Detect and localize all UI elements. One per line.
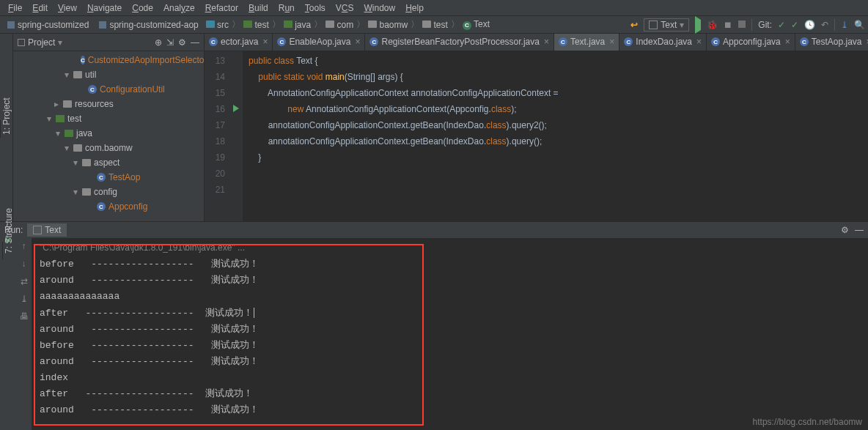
tree-item[interactable]: ▾aspect: [13, 155, 204, 170]
run-coverage-button[interactable]: ⏹: [724, 20, 732, 30]
folder-icon: [326, 21, 334, 28]
folder-icon: [368, 21, 377, 28]
scroll-end-icon[interactable]: ⤓: [21, 294, 28, 304]
run-button[interactable]: [695, 20, 701, 30]
menu-window[interactable]: Window: [359, 3, 401, 13]
stop-button[interactable]: [738, 20, 746, 30]
tree-item[interactable]: ▾test: [13, 111, 204, 126]
menu-vcs[interactable]: VCS: [331, 3, 359, 13]
debug-button[interactable]: 🐞: [707, 20, 718, 30]
git-history-icon[interactable]: 🕓: [804, 20, 815, 30]
close-icon[interactable]: ×: [785, 37, 790, 47]
editor-tab[interactable]: CRegisterBeanFactoryPostProcessor.java×: [365, 34, 553, 51]
crumb-test[interactable]: test: [422, 20, 448, 30]
tool-tab-1[interactable]: 7: Structure: [2, 242, 15, 259]
class-icon: C: [463, 21, 471, 30]
print-icon[interactable]: 🖶: [20, 311, 29, 322]
tree-item[interactable]: CAppconfig: [13, 199, 204, 214]
folder-icon: [422, 21, 431, 28]
editor-tab[interactable]: CText.java×: [554, 34, 619, 51]
crumb-com[interactable]: com: [326, 20, 353, 30]
tree-item[interactable]: CCustomizedAopImportSelector: [13, 53, 204, 67]
close-icon[interactable]: ×: [355, 37, 360, 47]
console-output[interactable]: "C:\Program Files\Java\jdk1.8.0_191\bin\…: [32, 238, 868, 430]
crumb-java[interactable]: java: [284, 20, 311, 30]
run-hide-icon[interactable]: —: [855, 225, 864, 235]
tree-item[interactable]: ▾util: [13, 67, 204, 82]
scroll-from-source-icon[interactable]: ⊕: [155, 37, 162, 48]
menu-edit[interactable]: Edit: [27, 3, 53, 13]
tree-item[interactable]: ▾com.baomw: [13, 141, 204, 155]
menu-file[interactable]: File: [3, 3, 27, 13]
project-tree[interactable]: CCustomizedAopImportSelector▾utilCConfig…: [13, 51, 204, 214]
search-icon[interactable]: 🔍: [854, 20, 865, 30]
class-icon: C: [81, 56, 85, 64]
crumb-baomw[interactable]: baomw: [368, 20, 408, 30]
gutter-run-icon[interactable]: [233, 105, 239, 112]
close-icon[interactable]: ×: [696, 37, 702, 47]
run-tab[interactable]: Text: [27, 223, 67, 237]
module-icon: [7, 21, 15, 29]
sync-icon[interactable]: ⤓: [841, 20, 848, 30]
code-text[interactable]: public class Text { public static void m…: [243, 51, 559, 221]
menu-refactor[interactable]: Refactor: [200, 3, 243, 13]
folder-icon: [284, 21, 293, 28]
tree-item[interactable]: CConfigurationUtil: [13, 82, 204, 97]
git-revert-icon[interactable]: ↶: [821, 20, 828, 30]
menu-build[interactable]: Build: [243, 3, 273, 13]
class-icon: C: [88, 85, 97, 94]
navigation-bar: spring-customizedspring-customized-aop s…: [0, 16, 868, 34]
editor-tab[interactable]: CIndexDao.java×: [619, 34, 707, 51]
menu-bar: FileEditViewNavigateCodeAnalyzeRefactorB…: [0, 0, 868, 16]
close-icon[interactable]: ×: [262, 37, 268, 47]
menu-help[interactable]: Help: [400, 3, 429, 13]
editor-tab[interactable]: CAppconfig.java×: [707, 34, 795, 51]
menu-run[interactable]: Run: [273, 3, 300, 13]
editor-tab[interactable]: CTestAop.java×: [795, 34, 868, 51]
module-chip[interactable]: spring-customized-aop: [95, 19, 202, 31]
editor-tab[interactable]: Cector.java×: [205, 34, 273, 51]
crumb-src[interactable]: src: [206, 20, 229, 30]
class-icon: C: [97, 202, 106, 211]
close-icon[interactable]: ×: [544, 37, 549, 47]
tree-item[interactable]: ▾java: [13, 126, 204, 141]
run-config-selector[interactable]: Text ▾: [644, 18, 689, 31]
settings-icon[interactable]: ⚙: [178, 37, 186, 48]
editor-tab[interactable]: CEnableAop.java×: [273, 34, 365, 51]
run-tool-window: Run: Text ⚙ — ■ ⏸ 📷 ⤴ 🗑 ↑ ↓ ⇄ ⤓ 🖶 "C:\Pr…: [0, 221, 868, 430]
project-view-dropdown[interactable]: ▾: [58, 37, 62, 48]
git-update-icon[interactable]: ✓: [778, 20, 785, 30]
collapse-all-icon[interactable]: ⇲: [166, 37, 174, 48]
module-chip[interactable]: spring-customized: [3, 19, 93, 31]
tree-item[interactable]: ▸resources: [13, 97, 204, 111]
code-area[interactable]: 131415161718192021 public class Text { p…: [205, 51, 868, 221]
file-icon: C: [369, 37, 378, 46]
tree-item[interactable]: ▾config: [13, 185, 204, 199]
module-icon: [99, 21, 106, 29]
back-icon[interactable]: ↩: [630, 20, 638, 30]
gutter-icons[interactable]: [229, 51, 243, 221]
folder-icon: [82, 188, 91, 196]
up-icon[interactable]: ↑: [22, 241, 26, 251]
menu-code[interactable]: Code: [127, 3, 158, 13]
tree-item[interactable]: CTestAop: [13, 170, 204, 185]
tool-tab-project[interactable]: 1: Project: [0, 120, 12, 138]
git-commit-icon[interactable]: ✓: [791, 20, 798, 30]
folder-icon: [65, 130, 73, 137]
file-icon: C: [209, 37, 218, 46]
menu-tools[interactable]: Tools: [300, 3, 331, 13]
run-tab-icon: [33, 226, 42, 234]
crumb-text[interactable]: C Text: [463, 19, 490, 30]
run-config-icon: [649, 21, 658, 29]
run-settings-icon[interactable]: ⚙: [841, 225, 849, 235]
menu-navigate[interactable]: Navigate: [82, 3, 127, 13]
hide-icon[interactable]: —: [191, 37, 199, 48]
project-title: Project: [28, 37, 55, 48]
soft-wrap-icon[interactable]: ⇄: [21, 276, 28, 286]
close-icon[interactable]: ×: [609, 37, 614, 47]
menu-analyze[interactable]: Analyze: [158, 3, 200, 13]
tool-tab-2[interactable]: 2: Favorites: [0, 242, 2, 259]
menu-view[interactable]: View: [53, 3, 82, 13]
down-icon[interactable]: ↓: [22, 259, 26, 269]
crumb-test[interactable]: test: [243, 20, 269, 30]
